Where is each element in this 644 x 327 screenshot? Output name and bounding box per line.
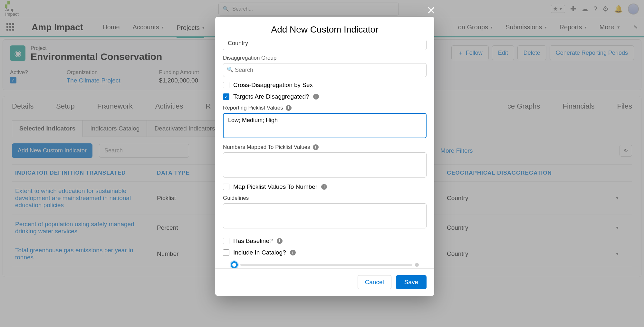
- scroll-thumb-icon: [231, 261, 238, 268]
- info-icon[interactable]: i: [286, 105, 292, 111]
- scroll-track: [240, 264, 412, 266]
- has-baseline-checkbox[interactable]: Has Baseline? i: [223, 237, 427, 245]
- info-icon[interactable]: i: [313, 144, 319, 150]
- checkbox-icon: [223, 184, 229, 190]
- cancel-button[interactable]: Cancel: [358, 275, 391, 289]
- top-field-input[interactable]: [223, 41, 427, 50]
- info-icon[interactable]: i: [277, 238, 283, 244]
- checkbox-icon: [223, 82, 229, 88]
- modal-title: Add New Custom Indicator: [215, 17, 434, 41]
- disagg-group-search[interactable]: [223, 63, 427, 77]
- guidelines-textarea[interactable]: [223, 203, 427, 228]
- numbers-mapped-textarea[interactable]: [223, 152, 427, 178]
- guidelines-label: Guidelines: [223, 195, 427, 201]
- checkbox-icon: [223, 238, 229, 244]
- include-catalog-checkbox[interactable]: Include In Catalog? i: [223, 249, 427, 256]
- save-button[interactable]: Save: [396, 275, 427, 289]
- targets-disagg-checkbox[interactable]: ✓ Targets Are Disaggregated? i: [223, 93, 427, 100]
- reporting-picklist-textarea[interactable]: Low; Medium; High: [223, 113, 427, 138]
- scroll-indicator[interactable]: [231, 261, 419, 268]
- reporting-picklist-label: Reporting Picklist Valuesi: [223, 105, 427, 111]
- info-icon[interactable]: i: [290, 250, 296, 255]
- map-picklist-checkbox[interactable]: Map Picklist Values To Number i: [223, 183, 427, 190]
- disagg-group-label: Disaggregation Group: [223, 55, 427, 61]
- add-indicator-modal: Add New Custom Indicator Disaggregation …: [215, 17, 434, 296]
- info-icon[interactable]: i: [313, 94, 319, 100]
- checkbox-icon: [223, 249, 229, 256]
- search-icon: 🔍: [227, 66, 233, 72]
- close-icon[interactable]: ✕: [427, 4, 436, 17]
- checkbox-checked-icon: ✓: [223, 93, 229, 100]
- numbers-mapped-label: Numbers Mapped To Picklist Valuesi: [223, 144, 427, 150]
- info-icon[interactable]: i: [321, 184, 327, 190]
- scroll-end-icon: [415, 263, 419, 267]
- cross-disagg-checkbox[interactable]: Cross-Disaggregation by Sex: [223, 82, 427, 89]
